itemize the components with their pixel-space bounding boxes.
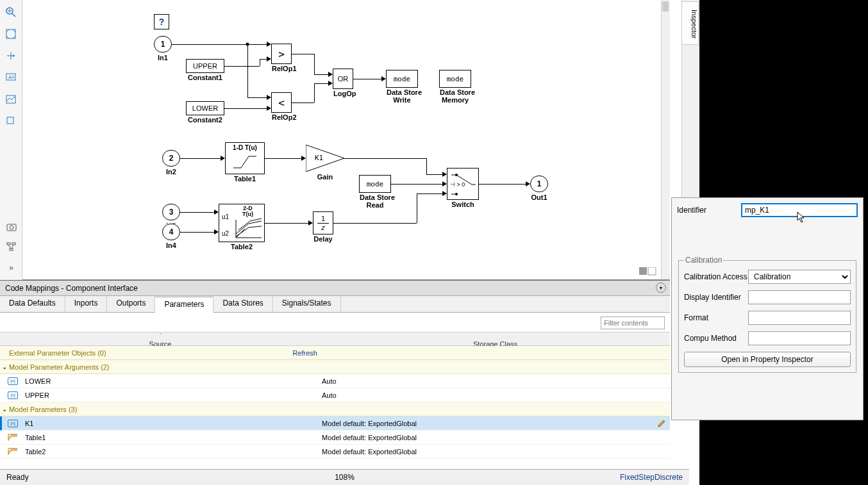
switch-block[interactable]: ⊣ > 0 Switch xyxy=(447,168,479,200)
table-row[interactable]: |x|K1Model default: ExportedGlobal xyxy=(0,416,670,431)
annotation-icon[interactable]: A≡ xyxy=(4,70,18,85)
relop2-label: RelOp2 xyxy=(272,113,291,121)
gain-label: Gain xyxy=(306,173,344,181)
table-row[interactable]: |x|LOWERAuto xyxy=(0,374,670,388)
table1-block[interactable]: 1-D T(u) Table1 xyxy=(225,142,265,174)
svg-line-15 xyxy=(8,245,11,249)
compu-input[interactable] xyxy=(748,331,851,345)
tab-inports[interactable]: Inports xyxy=(65,296,108,312)
compu-label: Compu Method xyxy=(684,334,748,343)
tree-icon[interactable] xyxy=(4,240,19,254)
constant2-label: Constant2 xyxy=(187,116,224,124)
relop2-block[interactable]: <RelOp2 xyxy=(271,92,292,113)
relop1-label: RelOp1 xyxy=(272,65,291,72)
calib-access-select[interactable]: Calibration xyxy=(748,270,851,284)
svg-rect-14 xyxy=(10,249,13,251)
tab-data-stores[interactable]: Data Stores xyxy=(213,296,272,312)
inspector-tab[interactable]: Inspector xyxy=(682,1,699,45)
display-id-input[interactable] xyxy=(748,290,851,304)
outport-out1[interactable]: 1Out1 xyxy=(530,176,548,192)
tab-outports[interactable]: Outports xyxy=(107,296,155,312)
table2-block[interactable]: 2-D T(u) u1 u2 Table2 xyxy=(219,204,265,242)
logop-label: LogOp xyxy=(333,90,353,97)
calib-access-label: Calibration Access xyxy=(684,272,748,281)
col-storage[interactable]: Storage Class xyxy=(321,333,670,345)
help-block[interactable]: ? xyxy=(154,14,169,29)
compass-icon[interactable] xyxy=(4,49,18,63)
svg-text:A≡: A≡ xyxy=(8,74,15,80)
chevron-down-icon[interactable]: ⌄ xyxy=(0,363,9,370)
model-canvas[interactable]: ? 1In1 UPPERConstant1 LOWERConstant2 >Re… xyxy=(22,0,670,280)
table-icon xyxy=(2,447,24,456)
svg-line-1 xyxy=(12,13,15,17)
camera-icon[interactable] xyxy=(4,220,19,234)
param-icon: |x| xyxy=(2,420,24,427)
out1-label: Out1 xyxy=(530,193,548,201)
table2-label: Table2 xyxy=(219,243,264,251)
tab-signals-states[interactable]: Signals/States xyxy=(273,296,341,312)
canvas-scrollbar[interactable] xyxy=(661,0,670,279)
panel-tabs: Data DefaultsInportsOutportsParametersDa… xyxy=(0,296,670,313)
filter-input[interactable] xyxy=(601,316,665,329)
inport-in4[interactable]: 4In4 xyxy=(162,224,180,240)
table-header: ⌃Source Storage Class xyxy=(0,332,670,346)
table-row[interactable]: Table1Model default: ExportedGlobal xyxy=(0,431,670,445)
svg-point-11 xyxy=(10,226,13,229)
table-icon xyxy=(2,433,24,441)
delay-block[interactable]: 1 z Delay xyxy=(313,211,333,234)
panel-menu-icon[interactable]: ▾ xyxy=(656,283,666,293)
panel-title: Code Mappings - Component Interface xyxy=(5,284,138,293)
delay-label: Delay xyxy=(313,235,333,243)
calibration-fieldset: Calibration Calibration Access Calibrati… xyxy=(678,256,856,373)
format-label: Format xyxy=(684,313,748,322)
group-header[interactable]: External Parameter Objects (0)Refresh xyxy=(0,346,670,360)
svg-rect-9 xyxy=(7,117,13,124)
datastoreread-block[interactable]: modeData Store Read xyxy=(359,175,391,193)
table1-label: Table1 xyxy=(226,175,264,183)
refresh-link[interactable]: Refresh xyxy=(292,349,670,357)
pencil-icon[interactable] xyxy=(657,419,666,428)
status-solver[interactable]: FixedStepDiscrete xyxy=(620,473,683,482)
group-header[interactable]: ⌄Model Parameters (3) xyxy=(0,402,670,416)
image-icon[interactable] xyxy=(4,92,18,106)
status-bar: Ready 108% FixedStepDiscrete xyxy=(0,469,689,485)
chevron-down-icon[interactable]: ⌄ xyxy=(0,406,9,413)
zoom-in-icon[interactable] xyxy=(4,5,18,19)
inport-in3[interactable]: 3In3 xyxy=(162,204,180,220)
box-icon[interactable] xyxy=(4,114,18,128)
format-input[interactable] xyxy=(748,311,851,325)
table-row[interactable]: |x|UPPERAuto xyxy=(0,388,670,402)
open-inspector-button[interactable]: Open in Property Inspector xyxy=(684,352,851,367)
in2-label: In2 xyxy=(162,168,180,176)
svg-marker-20 xyxy=(306,145,344,172)
inport-in1[interactable]: 1In1 xyxy=(154,36,172,53)
identifier-label: Identifier xyxy=(677,206,741,215)
constant1-block[interactable]: UPPERConstant1 xyxy=(186,59,224,73)
constant2-block[interactable]: LOWERConstant2 xyxy=(186,101,224,115)
cursor-icon xyxy=(797,211,806,223)
svg-rect-19 xyxy=(648,267,656,275)
tab-data-defaults[interactable]: Data Defaults xyxy=(0,296,65,312)
datastorewrite-block[interactable]: modeData Store Write xyxy=(386,70,418,88)
overview-icon[interactable] xyxy=(639,267,658,276)
table-row[interactable]: Table2Model default: ExportedGlobal xyxy=(0,445,670,459)
gain-block[interactable]: K1 Gain xyxy=(306,145,344,172)
in1-label: In1 xyxy=(154,54,172,62)
group-header[interactable]: ⌄Model Parameter Arguments (2) xyxy=(0,360,670,374)
svg-rect-13 xyxy=(12,243,15,245)
inport-in2[interactable]: 2In2 xyxy=(162,150,180,167)
col-source[interactable]: ⌃Source xyxy=(0,333,321,345)
expand-icon[interactable]: » xyxy=(4,261,19,275)
relop1-block[interactable]: >RelOp1 xyxy=(271,44,292,64)
datastorememory-block[interactable]: modeData Store Memory xyxy=(439,70,471,88)
svg-point-25 xyxy=(455,174,458,176)
in4-label: In4 xyxy=(162,242,180,249)
dsr-label: Data Store Read xyxy=(360,193,390,209)
status-zoom: 108% xyxy=(335,473,355,482)
svg-line-16 xyxy=(12,245,13,249)
logop-block[interactable]: ORLogOp xyxy=(333,69,353,89)
fit-icon[interactable] xyxy=(4,27,18,41)
left-toolbar: A≡ » xyxy=(0,0,22,280)
right-tabstrip: Inspector xyxy=(681,0,699,200)
tab-parameters[interactable]: Parameters xyxy=(155,297,213,313)
